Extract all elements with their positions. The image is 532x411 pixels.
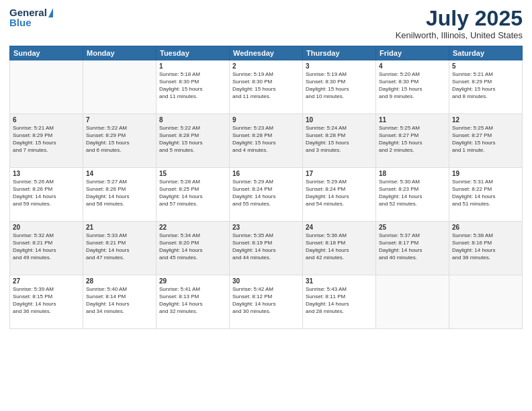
calendar-cell: 8Sunrise: 5:22 AMSunset: 8:28 PMDaylight…	[157, 114, 230, 168]
calendar-cell: 21Sunrise: 5:33 AMSunset: 8:21 PMDayligh…	[83, 222, 157, 275]
calendar-cell: 20Sunrise: 5:32 AMSunset: 8:21 PMDayligh…	[10, 222, 83, 275]
day-number: 22	[159, 224, 226, 231]
day-number: 20	[13, 224, 80, 231]
day-number: 28	[86, 277, 153, 285]
calendar-cell: 5Sunrise: 5:21 AMSunset: 8:29 PMDaylight…	[449, 60, 523, 114]
day-content: Sunrise: 5:25 AMSunset: 8:27 PMDaylight:…	[379, 125, 446, 154]
day-content: Sunrise: 5:36 AMSunset: 8:18 PMDaylight:…	[306, 232, 373, 261]
day-number: 4	[379, 62, 446, 70]
day-number: 18	[379, 170, 446, 177]
calendar-cell: 31Sunrise: 5:43 AMSunset: 8:11 PMDayligh…	[303, 275, 376, 329]
calendar-cell	[376, 275, 449, 329]
day-content: Sunrise: 5:22 AMSunset: 8:29 PMDaylight:…	[86, 125, 153, 154]
weekday-header-monday: Monday	[83, 46, 157, 60]
day-number: 3	[306, 62, 373, 70]
calendar-cell: 7Sunrise: 5:22 AMSunset: 8:29 PMDaylight…	[83, 114, 157, 168]
day-content: Sunrise: 5:19 AMSunset: 8:30 PMDaylight:…	[306, 71, 373, 100]
day-content: Sunrise: 5:22 AMSunset: 8:28 PMDaylight:…	[159, 125, 226, 154]
day-content: Sunrise: 5:33 AMSunset: 8:21 PMDaylight:…	[86, 232, 153, 261]
day-number: 19	[452, 170, 519, 177]
calendar-cell: 23Sunrise: 5:35 AMSunset: 8:19 PMDayligh…	[230, 222, 303, 275]
calendar-week-row: 1Sunrise: 5:18 AMSunset: 8:30 PMDaylight…	[10, 60, 523, 114]
calendar-cell: 4Sunrise: 5:20 AMSunset: 8:30 PMDaylight…	[376, 60, 449, 114]
day-number: 5	[452, 62, 519, 70]
calendar-cell: 16Sunrise: 5:29 AMSunset: 8:24 PMDayligh…	[230, 168, 303, 222]
weekday-header-tuesday: Tuesday	[157, 46, 230, 60]
calendar-cell: 13Sunrise: 5:26 AMSunset: 8:26 PMDayligh…	[10, 168, 83, 222]
calendar-cell	[10, 60, 83, 114]
calendar-cell	[449, 275, 523, 329]
logo-triangle-icon	[48, 8, 53, 17]
day-number: 24	[306, 224, 373, 231]
calendar-week-row: 20Sunrise: 5:32 AMSunset: 8:21 PMDayligh…	[10, 222, 523, 275]
calendar-week-row: 13Sunrise: 5:26 AMSunset: 8:26 PMDayligh…	[10, 168, 523, 222]
calendar-cell: 29Sunrise: 5:41 AMSunset: 8:13 PMDayligh…	[157, 275, 230, 329]
day-content: Sunrise: 5:32 AMSunset: 8:21 PMDaylight:…	[13, 232, 80, 261]
logo-text-blue: Blue	[9, 17, 32, 28]
calendar-cell: 3Sunrise: 5:19 AMSunset: 8:30 PMDaylight…	[303, 60, 376, 114]
calendar-table: SundayMondayTuesdayWednesdayThursdayFrid…	[9, 46, 523, 329]
calendar-week-row: 6Sunrise: 5:21 AMSunset: 8:29 PMDaylight…	[10, 114, 523, 168]
day-content: Sunrise: 5:18 AMSunset: 8:30 PMDaylight:…	[159, 71, 226, 100]
day-content: Sunrise: 5:23 AMSunset: 8:28 PMDaylight:…	[232, 125, 300, 154]
day-number: 6	[13, 116, 80, 124]
day-number: 27	[13, 277, 80, 285]
calendar-cell: 14Sunrise: 5:27 AMSunset: 8:26 PMDayligh…	[83, 168, 157, 222]
day-content: Sunrise: 5:24 AMSunset: 8:28 PMDaylight:…	[306, 125, 373, 154]
day-content: Sunrise: 5:26 AMSunset: 8:26 PMDaylight:…	[13, 179, 80, 208]
calendar-cell: 27Sunrise: 5:39 AMSunset: 8:15 PMDayligh…	[10, 275, 83, 329]
title-area: July 2025 Kenilworth, Illinois, United S…	[396, 7, 523, 40]
day-number: 14	[86, 170, 153, 177]
day-content: Sunrise: 5:25 AMSunset: 8:27 PMDaylight:…	[452, 125, 519, 154]
day-number: 8	[159, 116, 226, 124]
calendar-cell: 10Sunrise: 5:24 AMSunset: 8:28 PMDayligh…	[303, 114, 376, 168]
weekday-header-wednesday: Wednesday	[230, 46, 303, 60]
calendar-cell: 12Sunrise: 5:25 AMSunset: 8:27 PMDayligh…	[449, 114, 523, 168]
calendar-cell: 19Sunrise: 5:31 AMSunset: 8:22 PMDayligh…	[449, 168, 523, 222]
calendar-cell	[83, 60, 157, 114]
day-number: 7	[86, 116, 153, 124]
day-content: Sunrise: 5:27 AMSunset: 8:26 PMDaylight:…	[86, 179, 153, 208]
calendar-cell: 6Sunrise: 5:21 AMSunset: 8:29 PMDaylight…	[10, 114, 83, 168]
day-content: Sunrise: 5:29 AMSunset: 8:24 PMDaylight:…	[306, 179, 373, 208]
day-content: Sunrise: 5:43 AMSunset: 8:11 PMDaylight:…	[306, 286, 373, 315]
calendar-cell: 18Sunrise: 5:30 AMSunset: 8:23 PMDayligh…	[376, 168, 449, 222]
day-content: Sunrise: 5:41 AMSunset: 8:13 PMDaylight:…	[159, 286, 226, 315]
calendar-cell: 11Sunrise: 5:25 AMSunset: 8:27 PMDayligh…	[376, 114, 449, 168]
day-content: Sunrise: 5:40 AMSunset: 8:14 PMDaylight:…	[86, 286, 153, 315]
day-number: 30	[232, 277, 300, 285]
logo: General Blue	[9, 7, 53, 28]
calendar-cell: 22Sunrise: 5:34 AMSunset: 8:20 PMDayligh…	[157, 222, 230, 275]
day-content: Sunrise: 5:38 AMSunset: 8:16 PMDaylight:…	[452, 232, 519, 261]
day-content: Sunrise: 5:34 AMSunset: 8:20 PMDaylight:…	[159, 232, 226, 261]
day-content: Sunrise: 5:29 AMSunset: 8:24 PMDaylight:…	[232, 179, 300, 208]
calendar-cell: 26Sunrise: 5:38 AMSunset: 8:16 PMDayligh…	[449, 222, 523, 275]
calendar-cell: 25Sunrise: 5:37 AMSunset: 8:17 PMDayligh…	[376, 222, 449, 275]
day-content: Sunrise: 5:39 AMSunset: 8:15 PMDaylight:…	[13, 286, 80, 315]
calendar-subtitle: Kenilworth, Illinois, United States	[396, 30, 523, 40]
calendar-cell: 30Sunrise: 5:42 AMSunset: 8:12 PMDayligh…	[230, 275, 303, 329]
calendar-cell: 15Sunrise: 5:28 AMSunset: 8:25 PMDayligh…	[157, 168, 230, 222]
day-number: 26	[452, 224, 519, 231]
day-number: 17	[306, 170, 373, 177]
page: General Blue July 2025 Kenilworth, Illin…	[0, 0, 532, 411]
calendar-cell: 1Sunrise: 5:18 AMSunset: 8:30 PMDaylight…	[157, 60, 230, 114]
calendar-week-row: 27Sunrise: 5:39 AMSunset: 8:15 PMDayligh…	[10, 275, 523, 329]
day-content: Sunrise: 5:37 AMSunset: 8:17 PMDaylight:…	[379, 232, 446, 261]
day-number: 2	[232, 62, 300, 70]
day-number: 25	[379, 224, 446, 231]
day-number: 12	[452, 116, 519, 124]
day-number: 23	[232, 224, 300, 231]
day-number: 13	[13, 170, 80, 177]
calendar-cell: 2Sunrise: 5:19 AMSunset: 8:30 PMDaylight…	[230, 60, 303, 114]
day-number: 9	[232, 116, 300, 124]
day-number: 1	[159, 62, 226, 70]
weekday-header-friday: Friday	[376, 46, 449, 60]
calendar-cell: 9Sunrise: 5:23 AMSunset: 8:28 PMDaylight…	[230, 114, 303, 168]
day-number: 15	[159, 170, 226, 177]
day-number: 21	[86, 224, 153, 231]
weekday-header-thursday: Thursday	[303, 46, 376, 60]
day-number: 31	[306, 277, 373, 285]
day-content: Sunrise: 5:30 AMSunset: 8:23 PMDaylight:…	[379, 179, 446, 208]
weekday-header-sunday: Sunday	[10, 46, 83, 60]
